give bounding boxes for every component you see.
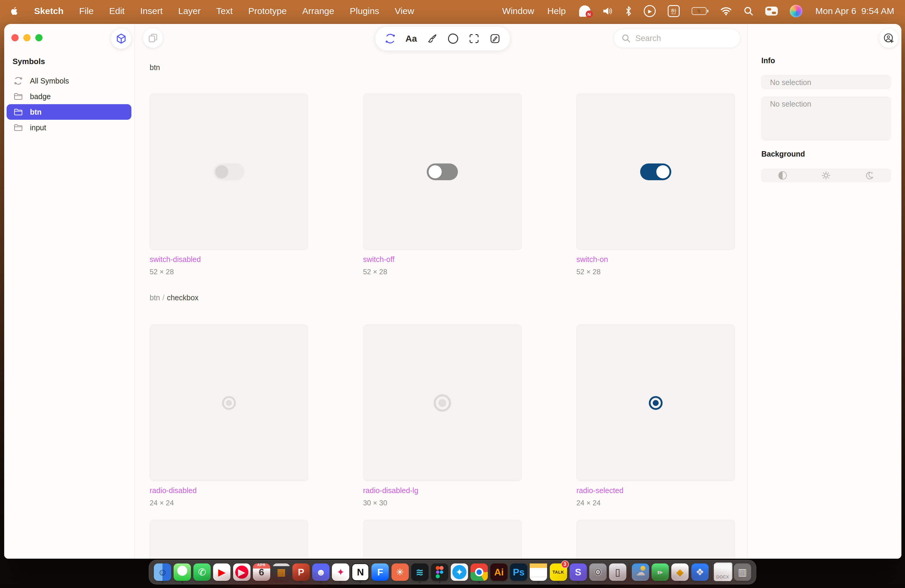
sidebar-item-input[interactable]: input: [6, 120, 132, 135]
symbol-name[interactable]: radio-disabled-lg: [363, 486, 418, 495]
dock-app-calendar[interactable]: 6APR: [253, 562, 270, 583]
symbol-name[interactable]: radio-selected: [576, 486, 623, 495]
control-center-icon[interactable]: [765, 6, 778, 16]
dock-app-notes[interactable]: [530, 562, 547, 583]
menu-plugins[interactable]: Plugins: [350, 6, 379, 16]
symbol-name[interactable]: switch-disabled: [150, 255, 201, 264]
whatsapp-icon: ✆: [193, 563, 211, 581]
dock-app-figma[interactable]: [431, 562, 448, 583]
tab-color-variables[interactable]: [445, 30, 462, 47]
dock-app-messages[interactable]: [173, 562, 191, 583]
tab-frames[interactable]: [466, 30, 483, 47]
notes-icon: [530, 563, 547, 581]
symbol-name[interactable]: radio-disabled: [150, 486, 197, 495]
symbol-card-switch-disabled[interactable]: [150, 94, 308, 250]
tab-symbols[interactable]: [382, 30, 399, 47]
dock-app-notion[interactable]: N: [352, 562, 369, 583]
search-field[interactable]: [613, 29, 740, 48]
symbol-card-radio-disabled[interactable]: [150, 324, 308, 481]
play-circle-icon[interactable]: ▶: [644, 5, 656, 17]
close-window-button[interactable]: [11, 34, 19, 41]
dock-app-calculator[interactable]: ▦: [273, 562, 290, 583]
dock-app-spark-orange[interactable]: ✳: [391, 562, 409, 583]
dock-app-discord[interactable]: ☻: [312, 562, 330, 583]
tab-layer-styles[interactable]: [424, 30, 441, 47]
siri-icon[interactable]: [790, 5, 802, 17]
symbol-dimensions: 30 × 30: [363, 499, 387, 507]
menu-status-icons: N ▶ 한 ↯: [579, 5, 802, 17]
dock-app-youtube[interactable]: ▶: [213, 562, 230, 583]
dock-app-iphone-mirroring[interactable]: ▯: [609, 562, 626, 583]
menu-app-name[interactable]: Sketch: [34, 6, 64, 16]
dock-app-documents[interactable]: DOCX: [714, 562, 732, 583]
components-cube-button[interactable]: [111, 29, 132, 49]
folder-icon: [13, 124, 23, 132]
dock-divider: [711, 563, 712, 581]
auto-contrast-mode-button[interactable]: [773, 171, 792, 180]
symbol-card-partial[interactable]: [576, 520, 735, 559]
notification-bubble-icon[interactable]: N: [579, 5, 591, 17]
dock-app-illustrator[interactable]: Ai: [490, 562, 508, 583]
search-input[interactable]: [635, 34, 725, 43]
korean-input-icon[interactable]: 한: [668, 5, 680, 17]
dock-app-chrome[interactable]: [470, 562, 488, 583]
sidebar-item-btn[interactable]: btn: [6, 104, 132, 120]
menu-insert[interactable]: Insert: [140, 6, 162, 16]
wifi-icon[interactable]: [720, 6, 732, 16]
menu-view[interactable]: View: [395, 6, 414, 16]
tab-text-styles[interactable]: Aa: [403, 30, 419, 47]
dock-app-wave-dark[interactable]: ≋: [411, 562, 429, 583]
symbol-card-switch-off[interactable]: [363, 94, 522, 250]
tab-canvas-edit[interactable]: [487, 30, 503, 47]
symbol-card-switch-on[interactable]: [576, 94, 735, 250]
add-collaborator-button[interactable]: [879, 29, 899, 48]
sidebar-item-badge[interactable]: badge: [6, 89, 132, 104]
dock-app-sketch[interactable]: ◆: [671, 562, 689, 583]
minimize-window-button[interactable]: [23, 34, 30, 41]
menu-clock[interactable]: Mon Apr 6 9:54 AM: [816, 6, 894, 16]
battery-icon[interactable]: ↯: [692, 7, 708, 15]
dock-app-stats-purple[interactable]: S: [570, 562, 587, 583]
menu-edit[interactable]: Edit: [109, 6, 125, 16]
dark-mode-button[interactable]: [861, 171, 878, 180]
running-indicator: [557, 582, 559, 583]
menu-file[interactable]: File: [79, 6, 94, 16]
dock-app-trash[interactable]: ▥: [734, 562, 751, 583]
dock-app-finder[interactable]: ☺: [154, 562, 171, 583]
menu-prototype[interactable]: Prototype: [248, 6, 287, 16]
dock-app-photoshop[interactable]: Ps: [510, 562, 527, 583]
menu-window[interactable]: Window: [502, 6, 534, 16]
symbol-card-radio-disabled-lg[interactable]: [363, 324, 522, 481]
menu-text[interactable]: Text: [216, 6, 233, 16]
symbol-card-partial[interactable]: [363, 520, 522, 559]
symbol-name[interactable]: switch-off: [363, 255, 394, 264]
dock-app-youtube-music[interactable]: ▶: [233, 562, 251, 583]
zoom-window-button[interactable]: [35, 34, 43, 41]
apple-menu-icon[interactable]: [11, 6, 19, 16]
symbol-name[interactable]: switch-on: [576, 255, 608, 264]
contrast-icon: [778, 171, 787, 180]
menu-layer[interactable]: Layer: [178, 6, 200, 16]
dock-app-framer[interactable]: F: [372, 562, 389, 583]
spotlight-search-icon[interactable]: [744, 6, 753, 16]
dock-app-facetime[interactable]: ▮▶: [651, 562, 669, 583]
menu-help[interactable]: Help: [547, 6, 566, 16]
volume-icon[interactable]: [602, 6, 613, 16]
breadcrumb-btn[interactable]: btn: [150, 293, 160, 302]
light-mode-button[interactable]: [817, 171, 835, 180]
dock-app-weather[interactable]: ☁: [632, 562, 649, 583]
dock-app-dropbox[interactable]: ❖: [691, 562, 709, 583]
dock-app-safari[interactable]: ✦: [451, 562, 468, 583]
dock-app-whatsapp[interactable]: ✆: [193, 562, 211, 583]
duplicate-document-button[interactable]: [143, 28, 163, 48]
symbol-card-partial[interactable]: [150, 520, 308, 559]
notion-icon: N: [352, 563, 369, 581]
dock-app-system-settings[interactable]: ⚙: [589, 562, 607, 583]
symbol-card-radio-selected[interactable]: [576, 324, 735, 481]
menu-arrange[interactable]: Arrange: [302, 6, 334, 16]
dock-app-powerpoint[interactable]: P: [292, 562, 310, 583]
dock-app-kakaotalk[interactable]: TALK3: [550, 562, 567, 583]
sidebar-item-all-symbols[interactable]: All Symbols: [6, 73, 132, 89]
bluetooth-icon[interactable]: [625, 6, 632, 16]
dock-app-slack[interactable]: ✦: [332, 562, 349, 583]
